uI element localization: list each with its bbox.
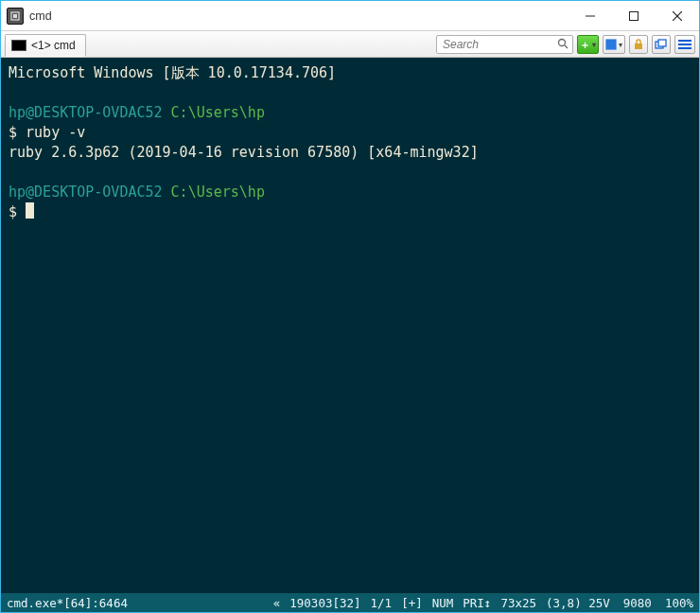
terminal-line: Microsoft Windows [版本 10.0.17134.706] bbox=[9, 64, 336, 81]
status-numlock: NUM bbox=[432, 596, 454, 610]
windows-button[interactable] bbox=[652, 35, 671, 54]
status-bar: cmd.exe*[64]:6464 « 190303[32] 1/1 [+] N… bbox=[1, 593, 699, 612]
status-priority: PRI↕ bbox=[463, 596, 491, 610]
layout-button[interactable]: ▾ bbox=[603, 35, 625, 54]
status-pid: 9080 bbox=[623, 596, 652, 610]
svg-point-6 bbox=[559, 39, 566, 45]
tab-label: <1> cmd bbox=[31, 39, 76, 52]
search-input[interactable] bbox=[437, 38, 553, 51]
toolbar: <1> cmd ＋▾ ▾ bbox=[1, 31, 699, 58]
search-box[interactable] bbox=[436, 35, 573, 54]
svg-rect-10 bbox=[635, 44, 642, 49]
status-size: 73x25 bbox=[500, 596, 536, 610]
svg-rect-9 bbox=[606, 40, 610, 49]
svg-rect-1 bbox=[13, 14, 17, 18]
prompt-path: C:\Users\hp bbox=[171, 184, 265, 201]
window-title: cmd bbox=[29, 9, 52, 23]
cursor bbox=[26, 202, 34, 219]
svg-rect-12 bbox=[658, 40, 666, 46]
svg-line-7 bbox=[565, 45, 568, 48]
maximize-button[interactable] bbox=[612, 2, 656, 30]
menu-button[interactable] bbox=[674, 35, 695, 54]
status-date: 190303[32] bbox=[289, 596, 360, 610]
chevron-down-icon: ▾ bbox=[592, 41, 596, 49]
status-chevron: « bbox=[273, 596, 281, 610]
tab-cmd[interactable]: <1> cmd bbox=[5, 34, 86, 57]
terminal-output[interactable]: Microsoft Windows [版本 10.0.17134.706] hp… bbox=[1, 58, 699, 593]
command-input: ruby -v bbox=[26, 124, 85, 141]
close-button[interactable] bbox=[656, 2, 699, 30]
titlebar: cmd bbox=[1, 1, 699, 31]
prompt-symbol: $ bbox=[9, 203, 17, 220]
minimize-button[interactable] bbox=[569, 2, 612, 30]
status-cursor-pos: (3,8) 25V bbox=[546, 596, 610, 610]
app-icon bbox=[7, 8, 24, 25]
prompt-path: C:\Users\hp bbox=[171, 104, 265, 121]
svg-rect-3 bbox=[630, 11, 639, 20]
new-tab-button[interactable]: ＋▾ bbox=[577, 35, 599, 54]
lock-button[interactable] bbox=[629, 35, 648, 54]
command-output: ruby 2.6.3p62 (2019-04-16 revision 67580… bbox=[9, 144, 479, 161]
terminal-icon bbox=[11, 40, 26, 51]
status-linecount: 1/1 bbox=[371, 596, 393, 610]
prompt-userhost: hp@DESKTOP-OVDAC52 bbox=[9, 184, 163, 201]
window-controls bbox=[569, 2, 699, 30]
status-plus: [+] bbox=[401, 596, 423, 610]
search-icon[interactable] bbox=[553, 38, 572, 52]
chevron-down-icon: ▾ bbox=[619, 41, 622, 49]
prompt-symbol: $ bbox=[9, 124, 17, 141]
status-zoom: 100% bbox=[665, 596, 693, 610]
prompt-userhost: hp@DESKTOP-OVDAC52 bbox=[9, 104, 163, 121]
status-process: cmd.exe*[64]:6464 bbox=[7, 596, 128, 610]
